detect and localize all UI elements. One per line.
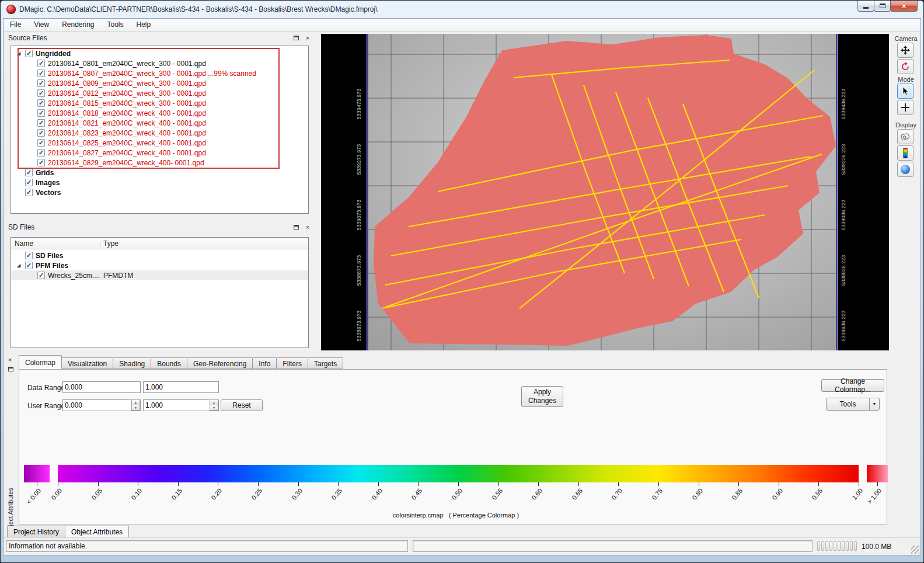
column-header-type[interactable]: Type [103, 239, 118, 248]
tab-filters[interactable]: Filters [276, 357, 308, 369]
checkbox[interactable]: ✓ [37, 109, 45, 117]
reset-button[interactable]: Reset [221, 399, 263, 411]
menu-tools[interactable]: Tools [101, 19, 130, 31]
tools-dropdown-icon[interactable]: ▼ [869, 398, 879, 410]
data-range-label: Data Range: [27, 384, 67, 392]
tab-shading[interactable]: Shading [113, 357, 151, 369]
user-range-min-input[interactable] [62, 399, 141, 411]
tree-row-file[interactable]: ✓20130614_0809_em2040C_wreck_300 - 0001.… [11, 78, 308, 88]
resize-grip[interactable] [911, 545, 919, 554]
spin-down-icon[interactable]: ▼ [210, 405, 218, 411]
checkbox[interactable]: ✓ [37, 79, 45, 87]
tools-button[interactable]: Tools ▼ [826, 398, 880, 411]
close-button[interactable]: × [890, 1, 918, 12]
tree-row-file[interactable]: ✓20130614_0812_em2040C_wreck_300 - 0001.… [11, 88, 308, 98]
checkbox[interactable]: ✓ [25, 50, 33, 57]
apply-changes-button[interactable]: Apply Changes [521, 386, 563, 407]
checkbox[interactable]: ✓ [37, 99, 45, 107]
colormap-gradient-bar[interactable] [58, 465, 859, 482]
tick-mark [699, 482, 699, 486]
data-range-min-input[interactable] [62, 381, 141, 393]
memory-block [821, 541, 824, 551]
tree-row-vectors[interactable]: ✓Vectors [11, 187, 308, 197]
tree-row-label: PFM Files [36, 262, 68, 270]
checkbox[interactable]: ✓ [25, 262, 33, 269]
checkbox[interactable]: ✓ [25, 179, 33, 186]
colorbar-display-button[interactable] [897, 145, 913, 161]
checkbox[interactable]: ✓ [37, 159, 45, 166]
expander-icon[interactable]: ◢ [17, 263, 25, 268]
menu-help[interactable]: Help [130, 19, 158, 31]
checkbox[interactable]: ✓ [37, 139, 45, 147]
tick-mark [378, 482, 379, 486]
tree-row-images[interactable]: ✓Images [11, 178, 308, 187]
checkbox[interactable]: ✓ [25, 169, 33, 176]
tree-row-label: 20130614_0815_em2040C_wreck_300 - 0001.q… [48, 99, 206, 107]
checkbox[interactable]: ✓ [37, 129, 45, 137]
pan-mode-button[interactable] [897, 100, 913, 115]
tree-row-file[interactable]: ✓20130614_0825_em2040C_wreck_400 - 0001.… [11, 138, 308, 148]
close-dock-button[interactable]: × [8, 356, 12, 363]
check-icon: ✓ [39, 70, 44, 77]
checkbox[interactable]: ✓ [25, 189, 33, 196]
select-mode-button[interactable] [897, 84, 913, 99]
column-header-name[interactable]: Name [15, 239, 33, 248]
tree-row-file[interactable]: ✓20130614_0821_em2040C_wreck_400 - 0001.… [11, 118, 308, 128]
tree-row-file[interactable]: ✓20130614_0801_em2040C_wreck_300 - 0001.… [11, 58, 308, 68]
menu-file[interactable]: File [4, 19, 27, 31]
tree-row-label: Wrecks_25cm.... [48, 272, 100, 280]
targets-display-button[interactable] [897, 129, 913, 144]
checkbox[interactable]: ✓ [37, 272, 45, 279]
memory-block [850, 541, 853, 551]
tree-row-file[interactable]: ✓20130614_0807_em2040C_wreck_300 - 0001.… [11, 68, 308, 78]
tree-row-sd-files[interactable]: ✓SD Files [11, 251, 308, 260]
tree-row-ungridded[interactable]: ◢✓Ungridded [11, 48, 308, 58]
checkbox[interactable]: ✓ [37, 60, 45, 67]
user-range-max-input[interactable] [143, 399, 219, 411]
globe-display-button[interactable] [897, 162, 913, 177]
close-dock-button[interactable]: × [303, 33, 312, 42]
data-range-max-input[interactable] [143, 381, 219, 393]
expander-icon[interactable]: ◢ [17, 51, 25, 56]
close-dock-button[interactable]: × [303, 223, 312, 231]
crosshair-icon [900, 102, 911, 113]
column-divider[interactable] [100, 239, 100, 248]
tree-row-grids[interactable]: ✓Grids [11, 168, 308, 178]
tab-targets[interactable]: Targets [308, 357, 343, 369]
bottom-tab-project-history[interactable]: Project History [7, 526, 65, 538]
minimize-button[interactable] [857, 1, 874, 12]
float-dock-icon[interactable] [8, 367, 13, 371]
tree-row-file[interactable]: ✓20130614_0815_em2040C_wreck_300 - 0001.… [11, 98, 308, 108]
tab-colormap[interactable]: Colormap [19, 355, 62, 369]
menu-view[interactable]: View [27, 19, 55, 31]
tab-geo-referencing[interactable]: Geo-Referencing [187, 357, 253, 369]
titlebar[interactable]: DMagic: C:\DemoData\CLIENT-PARTNER\Boska… [1, 1, 923, 18]
tab-visualization[interactable]: Visualization [61, 357, 113, 369]
maximize-button[interactable] [874, 1, 891, 12]
checkbox[interactable]: ✓ [37, 69, 45, 77]
checkbox[interactable]: ✓ [25, 252, 33, 259]
tab-bounds[interactable]: Bounds [151, 357, 187, 369]
tree-row-file[interactable]: ✓20130614_0829_em2040C_wreck_400- 0001.q… [11, 158, 308, 168]
float-dock-button[interactable] [291, 223, 301, 231]
object-attributes-dock: × Object Attributes ColormapVisualizatio… [6, 355, 890, 540]
camera-rotate-button[interactable] [897, 59, 913, 74]
change-colormap-button[interactable]: Change Colormap... [821, 379, 884, 392]
checkbox[interactable]: ✓ [37, 119, 45, 127]
checkbox[interactable]: ✓ [37, 149, 45, 157]
map-view[interactable]: 5339473.9735339273.9735339073.9735338873… [321, 34, 889, 350]
tree-row-file[interactable]: ✓20130614_0818_em2040C_wreck_400 - 0001.… [11, 108, 308, 118]
float-dock-button[interactable] [291, 33, 301, 42]
menu-rendering[interactable]: Rendering [55, 19, 100, 31]
bottom-tab-object-attributes[interactable]: Object Attributes [65, 526, 129, 538]
tree-row-wrecks-25cm[interactable]: ✓Wrecks_25cm....PFMDTM [11, 270, 308, 280]
checkbox[interactable]: ✓ [37, 89, 45, 97]
statusbar: Information not available. 100.0 MB [4, 537, 920, 555]
tab-info[interactable]: Info [252, 357, 277, 369]
camera-move-button[interactable] [897, 43, 913, 58]
tick-mark [98, 482, 99, 486]
tree-row-file[interactable]: ✓20130614_0827_em2040C_wreck_400 - 0001.… [11, 148, 308, 158]
spin-down-icon[interactable]: ▼ [131, 405, 140, 411]
tree-row-pfm-files[interactable]: ◢✓PFM Files [11, 260, 308, 270]
tree-row-file[interactable]: ✓20130614_0823_em2040C_wreck_400 - 0001.… [11, 128, 308, 138]
